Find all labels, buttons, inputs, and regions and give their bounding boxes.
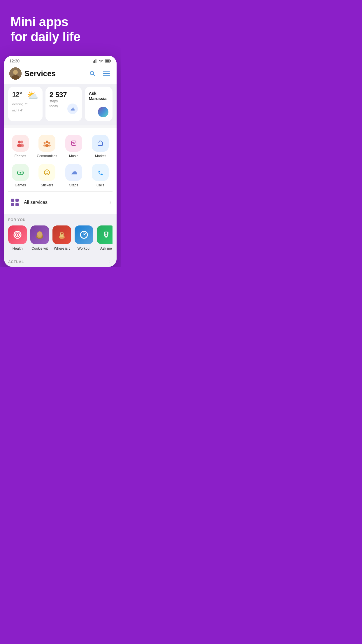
svg-point-48: [17, 234, 18, 236]
header-icons: [87, 69, 111, 78]
svg-point-21: [44, 142, 46, 144]
svg-point-16: [18, 141, 21, 144]
svg-rect-45: [15, 203, 19, 206]
service-item-communities[interactable]: Communities: [35, 133, 59, 160]
all-services-icon: [9, 197, 20, 208]
market-icon: [92, 135, 109, 152]
service-item-games[interactable]: Games: [8, 162, 33, 189]
actual-section: ACTUAL ⋮: [4, 255, 117, 267]
more-options-button[interactable]: ⋮: [107, 259, 113, 265]
svg-point-40: [46, 171, 47, 172]
all-services-row[interactable]: All services ›: [8, 194, 113, 211]
service-item-music[interactable]: Music: [61, 133, 86, 160]
health-app-icon: [8, 225, 27, 244]
for-you-app-cookie[interactable]: Cookie wit: [30, 225, 49, 251]
market-label: Market: [95, 154, 106, 158]
ask-label: Ask Marussia: [89, 91, 107, 101]
svg-rect-6: [110, 60, 111, 62]
games-icon: [12, 164, 29, 181]
hero-section: Mini apps for daily life: [0, 0, 121, 56]
steps-shoe-icon: [67, 104, 78, 114]
svg-rect-0: [93, 61, 94, 63]
friends-label: Friends: [15, 154, 26, 158]
menu-button[interactable]: [101, 69, 111, 78]
weather-evening: evening 7°: [12, 102, 38, 107]
svg-point-17: [20, 141, 23, 144]
hamburger-icon: [103, 70, 110, 77]
for-you-app-health[interactable]: Health: [8, 225, 27, 251]
svg-rect-7: [106, 60, 110, 62]
for-you-app-askme[interactable]: Ask me: [97, 225, 113, 251]
calls-label: Calls: [96, 183, 104, 187]
service-item-steps[interactable]: Steps: [61, 162, 86, 189]
svg-point-56: [105, 232, 107, 234]
service-item-calls[interactable]: Calls: [88, 162, 113, 189]
widgets-section: 12° ⛅ evening 7° night 4° 2 537 steps to…: [4, 84, 117, 125]
svg-rect-29: [72, 142, 73, 143]
svg-point-38: [22, 172, 23, 173]
search-button[interactable]: [87, 69, 97, 78]
services-section: FriendsCommunitiesMusicMarketGamesSticke…: [4, 128, 117, 214]
steps-count: 2 537: [50, 91, 78, 99]
svg-rect-15: [103, 75, 110, 76]
svg-rect-3: [96, 59, 97, 63]
status-icons: [93, 59, 111, 63]
svg-rect-42: [11, 199, 14, 202]
service-item-friends[interactable]: Friends: [8, 133, 33, 160]
for-you-app-workout[interactable]: Workout: [75, 225, 93, 251]
svg-rect-43: [15, 199, 19, 202]
for-you-header: FOR YOU: [8, 218, 113, 222]
whereis-app-icon: [52, 225, 71, 244]
service-item-market[interactable]: Market: [88, 133, 113, 160]
svg-point-28: [73, 143, 74, 144]
for-you-app-whereis[interactable]: Where is t: [52, 225, 71, 251]
app-header: Services: [4, 65, 117, 84]
calls-icon: [92, 164, 109, 181]
askme-app-label: Ask me: [100, 246, 112, 251]
music-icon: [65, 135, 82, 152]
weather-temp: 12°: [12, 91, 22, 98]
svg-rect-32: [75, 144, 75, 144]
signal-icon: [93, 59, 97, 63]
svg-point-22: [48, 142, 50, 144]
status-bar: 12:30: [4, 56, 117, 65]
svg-rect-57: [106, 234, 107, 236]
phone-mockup: 12:30: [4, 56, 117, 267]
wifi-icon: [99, 59, 103, 63]
avatar: [9, 67, 22, 80]
svg-rect-30: [75, 142, 75, 143]
steps-widget[interactable]: 2 537 steps today: [45, 87, 82, 121]
weather-night: night 4°: [12, 108, 38, 113]
for-you-apps-row: HealthCookie witWhere is tWorkoutAsk me: [8, 225, 113, 252]
svg-point-20: [46, 141, 48, 143]
svg-rect-31: [72, 144, 73, 144]
service-item-stickers[interactable]: Stickers: [35, 162, 59, 189]
svg-point-39: [44, 170, 50, 175]
svg-rect-1: [94, 60, 95, 63]
friends-icon: [12, 135, 29, 152]
weather-widget[interactable]: 12° ⛅ evening 7° night 4°: [8, 87, 43, 121]
svg-point-54: [61, 233, 63, 235]
ask-orb-icon: [98, 107, 108, 117]
workout-app-icon: [75, 225, 93, 244]
divider: [8, 191, 113, 192]
svg-point-25: [48, 144, 51, 146]
svg-point-9: [13, 70, 18, 75]
stickers-icon: [38, 164, 55, 181]
whereis-app-label: Where is t: [54, 246, 70, 251]
svg-rect-33: [98, 142, 103, 146]
games-label: Games: [15, 183, 26, 187]
stickers-label: Stickers: [41, 183, 53, 187]
health-app-label: Health: [13, 246, 23, 251]
svg-rect-36: [20, 172, 21, 174]
steps-label: Steps: [69, 183, 78, 187]
svg-line-12: [93, 74, 95, 76]
for-you-section: FOR YOU HealthCookie witWhere is tWorkou…: [4, 214, 117, 255]
ask-marussia-widget[interactable]: Ask Marussia: [85, 87, 113, 121]
svg-rect-14: [103, 73, 110, 74]
search-icon: [89, 70, 96, 77]
svg-point-4: [101, 62, 101, 62]
svg-point-24: [43, 144, 46, 146]
svg-point-41: [48, 171, 48, 172]
svg-rect-2: [95, 59, 96, 63]
